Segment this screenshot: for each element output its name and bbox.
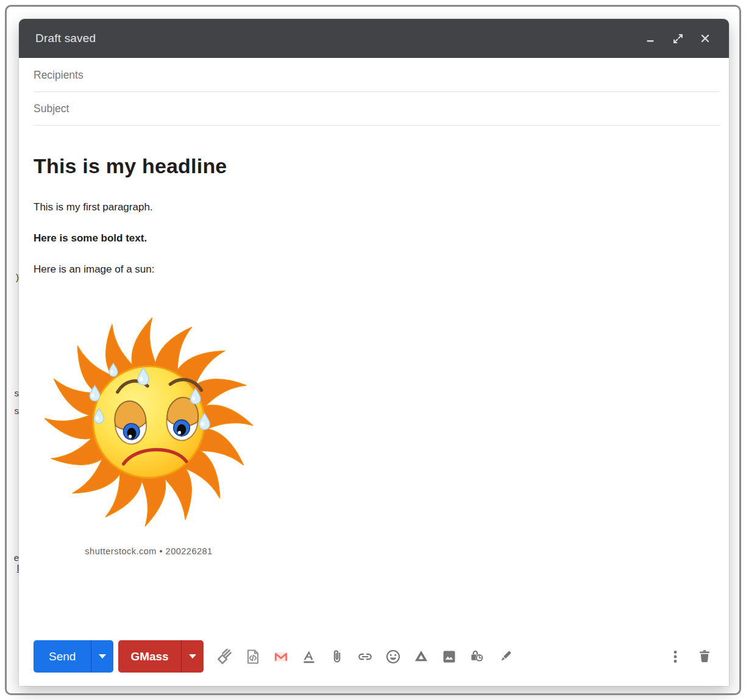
compose-window: Draft saved — [19, 19, 729, 686]
recipients-input[interactable] — [34, 69, 712, 82]
message-headline: This is my headline — [34, 154, 714, 178]
link-icon[interactable] — [357, 649, 373, 665]
gmail-icon[interactable] — [273, 649, 289, 665]
recipients-row — [19, 58, 729, 92]
insert-photo-icon[interactable] — [441, 649, 457, 665]
subject-input[interactable] — [34, 102, 712, 115]
attach-icon[interactable] — [329, 649, 345, 665]
screen: ) s s e l Draft saved — [0, 0, 746, 700]
signature-pen-icon[interactable] — [497, 649, 513, 665]
trash-icon[interactable] — [697, 649, 712, 665]
background-text-fragment: e — [13, 552, 19, 563]
send-button[interactable]: Send — [34, 640, 113, 673]
close-icon[interactable] — [700, 33, 711, 44]
stamp-icon[interactable] — [217, 649, 233, 665]
emoji-icon[interactable] — [385, 649, 401, 665]
gmass-button[interactable]: GMass — [118, 640, 203, 673]
send-dropdown-arrow-icon[interactable] — [91, 640, 113, 673]
toolbar-right-icons — [667, 649, 712, 665]
compose-titlebar: Draft saved — [19, 19, 729, 58]
more-options-icon[interactable] — [667, 649, 683, 665]
minimize-icon[interactable] — [645, 33, 656, 44]
image-watermark: shutterstock.com • 200226281 — [41, 546, 257, 556]
draft-status-text: Draft saved — [35, 32, 96, 45]
exit-fullscreen-icon[interactable] — [672, 33, 683, 44]
sun-image[interactable]: shutterstock.com • 200226281 — [41, 302, 257, 556]
formatting-icon[interactable] — [301, 649, 317, 665]
message-paragraph: This is my first paragraph. — [34, 201, 714, 213]
confidential-icon[interactable] — [469, 649, 485, 665]
message-paragraph: Here is an image of a sun: — [34, 263, 714, 276]
subject-row — [19, 92, 729, 126]
background-text-fragment: s — [13, 388, 19, 398]
background-text-fragment: s — [13, 405, 19, 416]
background-link-fragment: l — [13, 563, 19, 573]
gmass-dropdown-arrow-icon[interactable] — [182, 640, 204, 673]
html-code-icon[interactable] — [245, 649, 261, 665]
compose-toolbar: Send GMass — [34, 640, 712, 673]
send-button-label[interactable]: Send — [34, 640, 91, 673]
background-text-fragment: ) — [13, 272, 19, 282]
message-body[interactable]: This is my headline This is my first par… — [19, 126, 729, 556]
gmass-button-label[interactable]: GMass — [118, 640, 180, 673]
drive-icon[interactable] — [413, 649, 429, 665]
toolbar-icon-row — [217, 649, 513, 665]
message-bold-text: Here is some bold text. — [34, 232, 714, 245]
